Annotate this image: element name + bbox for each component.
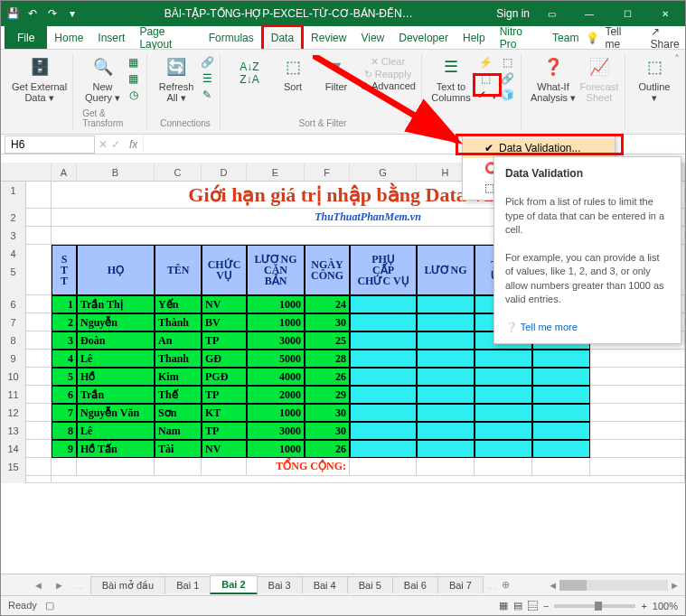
sheet-tab-1[interactable]: Bai 1 (164, 576, 211, 593)
status-bar: Ready ▢ ▦ ▤ ⿳ − + 100% (1, 595, 685, 615)
new-sheet-button[interactable]: ⊕ (496, 579, 515, 591)
zoom-slider[interactable] (554, 604, 635, 608)
macro-icon[interactable]: ▢ (45, 600, 54, 611)
tab-developer[interactable]: Developer (391, 26, 456, 49)
tooltip-body1: Pick from a list of rules to limit the t… (505, 196, 664, 235)
sort-az-button[interactable]: A↓ZZ↓A (230, 61, 269, 87)
text-to-columns-button[interactable]: ☰Text to Columns (431, 55, 471, 103)
sheet-tab-bar: ◄ ► … Bài mở đầu Bai 1 Bai 2 Bai 3 Bai 4… (1, 574, 685, 595)
share-button[interactable]: ↗ Share (651, 25, 685, 51)
whatif-button[interactable]: ❓What-If Analysis ▾ (531, 55, 576, 103)
sheet-tab-2[interactable]: Bai 2 (210, 575, 257, 594)
relationships: 🔗 (501, 72, 515, 87)
reapply-filter: ↻ Reapply (360, 69, 416, 79)
tab-nav-next[interactable]: ► (49, 580, 70, 591)
row-header[interactable]: 3 (1, 227, 26, 245)
fx-icon[interactable]: fx (124, 138, 143, 151)
sheet-tab-4[interactable]: Bai 4 (302, 576, 348, 593)
tab-file[interactable]: File (5, 26, 47, 49)
sort-button[interactable]: ⬚Sort (273, 55, 313, 92)
save-icon[interactable]: 💾 (5, 5, 21, 22)
minimize-icon[interactable]: — (573, 1, 606, 26)
ribbon: 🗄️Get External Data ▾ 🔍New Query ▾ ▦ ▦ ◷… (1, 50, 685, 135)
hscroll-left[interactable]: ◄ (548, 580, 558, 591)
view-normal-icon[interactable]: ▦ (499, 600, 508, 611)
view-break-icon[interactable]: ⿳ (528, 601, 538, 611)
row-header[interactable]: 7 (1, 313, 26, 331)
forecast-button: 📈Forecast Sheet (579, 55, 619, 103)
row-header[interactable]: 45 (1, 245, 26, 295)
remove-dup[interactable]: ⬚ (475, 72, 497, 87)
redo-icon[interactable]: ↷ (44, 5, 61, 22)
sheet-tab-7[interactable]: Bai 7 (437, 576, 484, 593)
qat-more-icon[interactable]: ▾ (64, 5, 80, 22)
properties-btn: ☰ (200, 72, 214, 87)
edit-links-btn: ✎ (200, 89, 214, 103)
row-header[interactable]: 9 (1, 350, 26, 368)
view-page-icon[interactable]: ▤ (513, 600, 522, 611)
collapse-ribbon-icon[interactable]: ˄ (674, 53, 680, 66)
undo-icon[interactable]: ↶ (24, 5, 41, 22)
tab-data[interactable]: Data (261, 24, 304, 49)
fx-enter-icon: ✓ (111, 138, 120, 151)
row-header[interactable]: 10 (1, 368, 26, 386)
tellme-link[interactable]: Tell me (605, 25, 634, 51)
ribbon-options-icon[interactable]: ▭ (535, 1, 568, 26)
tooltip-data-validation: Data Validation Pick from a list of rule… (493, 156, 681, 344)
tab-nav-prev[interactable]: ◄ (28, 580, 49, 591)
zoom-in[interactable]: + (641, 601, 646, 611)
row-header[interactable]: 6 (1, 295, 26, 313)
manage-model[interactable]: 🧊 (501, 89, 515, 103)
zoom-out[interactable]: − (543, 601, 549, 611)
maximize-icon[interactable]: ☐ (611, 1, 644, 26)
close-icon[interactable]: ✕ (649, 1, 681, 26)
window-title: BÀI-TẬP-TỔNG-HỢP-EXCEL-TỪ-CƠ-BẢN-ĐẾN… (80, 7, 496, 20)
flash-fill[interactable]: ⚡ (475, 56, 497, 70)
row-header[interactable]: 11 (1, 386, 26, 404)
refresh-all-button[interactable]: 🔄Refresh All ▾ (156, 55, 196, 103)
hscroll-right[interactable]: ► (670, 580, 680, 591)
group-transform-label: Get & Transform (82, 108, 141, 128)
tab-nitro[interactable]: Nitro Pro (493, 26, 545, 49)
tab-help[interactable]: Help (456, 26, 493, 49)
sheet-tab-3[interactable]: Bai 3 (257, 576, 303, 593)
recent-sources[interactable]: ◷ (127, 89, 141, 103)
tooltip-body2: For example, you can provide a list of v… (505, 252, 664, 304)
row-header[interactable]: 8 (1, 331, 26, 350)
get-external-data-button[interactable]: 🗄️Get External Data ▾ (12, 55, 67, 103)
group-sortfilter-label: Sort & Filter (299, 118, 347, 128)
tab-home[interactable]: Home (47, 26, 90, 49)
row-header[interactable]: 14 (1, 440, 26, 458)
show-queries[interactable]: ▦ (127, 56, 141, 70)
fx-cancel-icon: ✕ (99, 138, 108, 151)
from-table[interactable]: ▦ (127, 72, 141, 87)
row-header[interactable]: 15 (1, 458, 26, 476)
new-query-button[interactable]: 🔍New Query ▾ (83, 55, 123, 103)
tooltip-link[interactable]: ❔ Tell me more (505, 322, 578, 332)
row-header[interactable]: 2 (1, 209, 26, 227)
menu-item-data-validation[interactable]: ✔ Data Validation... (463, 138, 615, 158)
sheet-tab-0[interactable]: Bài mở đầu (90, 576, 165, 594)
tab-view[interactable]: View (353, 26, 391, 49)
row-header[interactable]: 12 (1, 404, 26, 422)
zoom-level[interactable]: 100% (653, 601, 678, 611)
sheet-tab-5[interactable]: Bai 5 (347, 576, 393, 593)
row-header[interactable] (1, 476, 26, 483)
status-ready: Ready (8, 600, 37, 611)
row-header[interactable]: 1 (1, 182, 26, 209)
tooltip-title: Data Validation (505, 167, 583, 180)
row-header[interactable]: 13 (1, 422, 26, 440)
data-validation-button[interactable]: ✔▾ (475, 89, 497, 103)
tab-formulas[interactable]: Formulas (202, 26, 261, 49)
tab-review[interactable]: Review (304, 26, 353, 49)
signin-link[interactable]: Sign in (496, 7, 530, 20)
outline-button[interactable]: ⬚Outline ▾ (634, 55, 674, 103)
tab-insert[interactable]: Insert (90, 26, 132, 49)
tab-page-layout[interactable]: Page Layout (132, 26, 201, 49)
name-box[interactable]: H6 (5, 135, 95, 154)
advanced-filter[interactable]: ⚙ Advanced (360, 80, 416, 91)
filter-button[interactable]: ▼Filter (316, 55, 356, 92)
sheet-tab-6[interactable]: Bai 6 (392, 576, 438, 593)
tab-team[interactable]: Team (545, 26, 586, 49)
consolidate: ⬚ (501, 56, 515, 70)
